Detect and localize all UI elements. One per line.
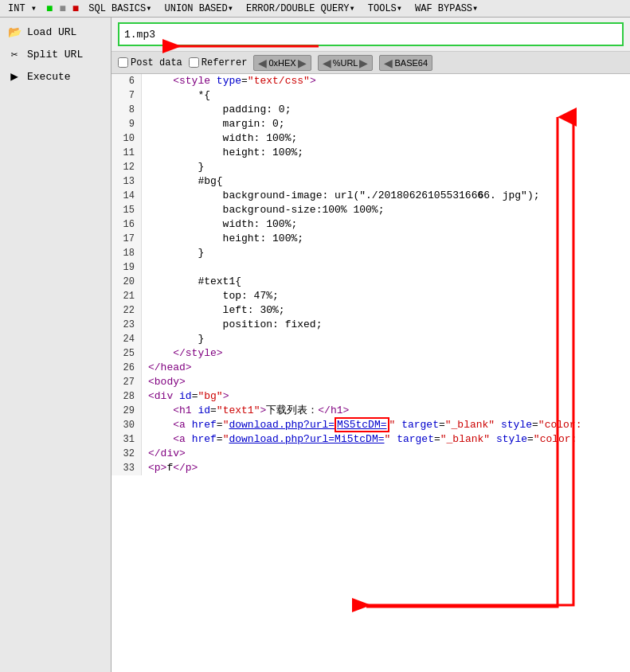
0xhex-button[interactable]: ◀ 0xHEX ▶ <box>253 55 311 71</box>
status-red: ■ <box>72 2 79 15</box>
table-row: 8 padding: 0; <box>112 103 630 117</box>
0xhex-label: 0xHEX <box>268 58 295 68</box>
split-url-icon: ✂ <box>6 46 22 62</box>
post-data-checkbox[interactable] <box>118 57 128 68</box>
table-row: 18 } <box>112 246 630 260</box>
table-row: 16 width: 100%; <box>112 217 630 232</box>
table-row: 23 position: fixed; <box>112 318 630 332</box>
table-row: 24 } <box>112 332 630 346</box>
content-area: Post data Referrer ◀ 0xHEX ▶ ◀ %URL ▶ <box>112 18 630 672</box>
table-row: 6 <style type="text/css"> <box>112 74 630 88</box>
sidebar-item-split-url[interactable]: ✂ Split URL <box>0 43 111 65</box>
sidebar-item-load-url[interactable]: 📂 Load URL <box>0 21 111 43</box>
table-row: 13 #bg{ <box>112 174 630 189</box>
post-data-checkbox-label[interactable]: Post data <box>118 57 182 68</box>
arrow-left-3-icon: ◀ <box>384 57 393 69</box>
execute-label: Execute <box>27 71 71 83</box>
menu-int[interactable]: INT ▾ <box>5 2 40 15</box>
table-row: 28 <div id="bg"> <box>112 389 630 404</box>
url-input-row <box>112 18 630 52</box>
menu-tools[interactable]: TOOLS▾ <box>365 2 405 15</box>
menu-sql-basics[interactable]: SQL BASICS▾ <box>85 2 155 15</box>
referrer-checkbox[interactable] <box>189 57 199 68</box>
table-row: 32 </div> <box>112 447 630 461</box>
menu-error-double[interactable]: ERROR/DOUBLE QUERY▾ <box>243 2 358 15</box>
table-row: 33 <p>f</p> <box>112 461 630 475</box>
table-row: 9 margin: 0; <box>112 117 630 131</box>
table-row: 19 <box>112 260 630 275</box>
table-row: 11 height: 100%; <box>112 146 630 160</box>
table-row: 12 } <box>112 160 630 174</box>
table-row: 21 top: 47%; <box>112 289 630 303</box>
arrow-left-2-icon: ◀ <box>323 57 331 69</box>
split-url-label: Split URL <box>27 49 83 61</box>
percent-url-label: %URL <box>333 58 358 68</box>
arrow-left-icon: ◀ <box>258 57 267 69</box>
percent-url-button[interactable]: ◀ %URL ▶ <box>318 55 374 71</box>
sidebar: 📂 Load URL ✂ Split URL ▶ Execute <box>0 18 112 672</box>
status-yellow: ■ <box>59 2 65 15</box>
menu-waf-bypass[interactable]: WAF BYPASS▾ <box>412 2 481 15</box>
table-row: 31 <a href="download.php?url=Mi5tcDM=" t… <box>112 432 630 447</box>
table-row: 20 #text1{ <box>112 275 630 289</box>
table-row: 10 width: 100%; <box>112 131 630 146</box>
table-row: 26 </head> <box>112 361 630 375</box>
table-row: 27 <body> <box>112 375 630 389</box>
referrer-checkbox-label[interactable]: Referrer <box>189 57 248 68</box>
table-row: 14 background-image: url("./201806261055… <box>112 189 630 203</box>
table-row: 30 <a href="download.php?url=MS5tcDM=" t… <box>112 418 630 432</box>
url-input[interactable] <box>118 22 624 46</box>
arrow-right-icon: ▶ <box>298 57 307 69</box>
status-green: ■ <box>46 2 53 15</box>
menu-bar: INT ▾ ■ ■ ■ SQL BASICS▾ UNION BASED▾ ERR… <box>0 0 630 18</box>
main-container: 📂 Load URL ✂ Split URL ▶ Execute <box>0 18 630 672</box>
table-row: 15 background-size:100% 100%; <box>112 203 630 217</box>
table-row: 22 left: 30%; <box>112 303 630 318</box>
options-row: Post data Referrer ◀ 0xHEX ▶ ◀ %URL ▶ <box>112 52 630 74</box>
execute-icon: ▶ <box>6 68 22 84</box>
arrow-right-2-icon: ▶ <box>359 57 368 69</box>
table-row: 7 *{ <box>112 88 630 103</box>
table-row: 25 </style> <box>112 346 630 361</box>
base64-button[interactable]: ◀ BASE64 <box>379 55 432 71</box>
referrer-label: Referrer <box>202 57 248 68</box>
table-row: 17 height: 100%; <box>112 232 630 246</box>
sidebar-item-execute[interactable]: ▶ Execute <box>0 65 111 88</box>
menu-union-based[interactable]: UNION BASED▾ <box>162 2 237 15</box>
load-url-label: Load URL <box>27 26 76 38</box>
load-url-icon: 📂 <box>6 24 22 40</box>
code-viewer[interactable]: 6 <style type="text/css"> 7 *{ 8 padding… <box>112 74 630 672</box>
table-row: 29 <h1 id="text1">下载列表：</h1> <box>112 404 630 418</box>
post-data-label: Post data <box>131 57 182 68</box>
base64-label: BASE64 <box>394 58 428 68</box>
